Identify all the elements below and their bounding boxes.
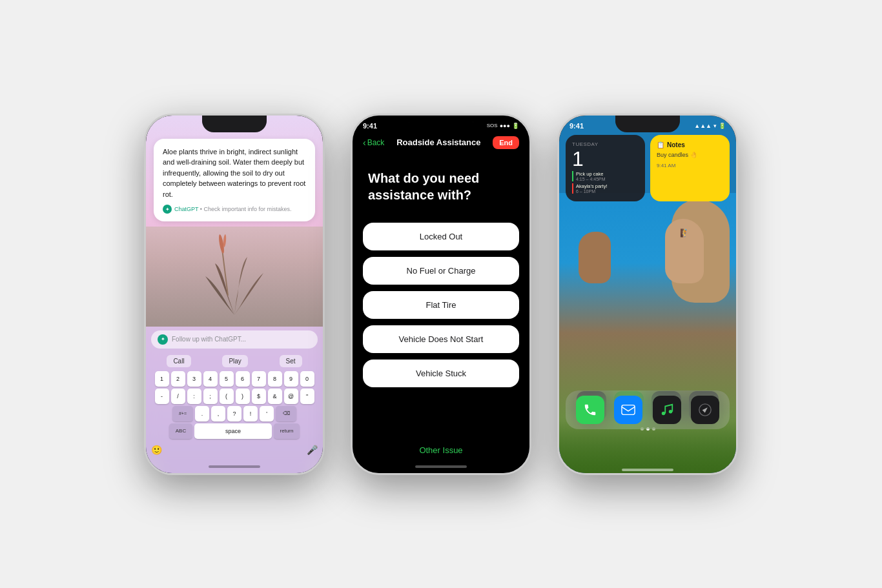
notes-widget-time: 9:41 AM [657, 163, 723, 168]
keyboard-bottom-row: 🙂 🎤 [146, 442, 323, 463]
key-1[interactable]: 1 [155, 371, 169, 387]
home-bar-3 [622, 469, 673, 471]
option-locked-out[interactable]: Locked Out [363, 223, 519, 250]
key-return[interactable]: return [274, 423, 300, 439]
dock-mail-app[interactable] [614, 396, 642, 424]
cal-event-1-time: 4:15 – 4:45PM [576, 177, 639, 181]
key-delete[interactable]: ⌫ [276, 406, 296, 421]
key-7[interactable]: 7 [252, 371, 266, 387]
hiker-figure: 🧗 [680, 228, 690, 238]
key-2[interactable]: 2 [171, 371, 185, 387]
phone2-screen: 9:41 SOS ●●● 🔋 ‹ Back Roadside Assistanc… [353, 116, 529, 473]
key-question[interactable]: ? [227, 406, 241, 421]
key-exclaim[interactable]: ! [243, 406, 258, 421]
battery-icon: 🔋 [512, 123, 519, 129]
svg-point-14 [662, 411, 666, 415]
mic-key[interactable]: 🎤 [307, 445, 318, 455]
option-stuck[interactable]: Vehicle Stuck [363, 360, 519, 387]
key-at[interactable]: @ [284, 389, 298, 404]
emoji-key[interactable]: 🙂 [151, 445, 162, 455]
key-rparen[interactable]: ) [236, 389, 250, 404]
chatgpt-source: ✦ ChatGPT • Check important info for mis… [163, 205, 306, 214]
phone2-status-icons: SOS ●●● 🔋 [487, 123, 519, 129]
option-flat-tire[interactable]: Flat Tire [363, 291, 519, 319]
key-dash[interactable]: - [155, 389, 169, 404]
key-3[interactable]: 3 [187, 371, 201, 387]
cal-event-1-label: Pick up cake [576, 171, 639, 177]
key-hash[interactable]: #+= [172, 406, 193, 421]
notes-icon: 📋 [657, 141, 664, 148]
key-slash[interactable]: / [171, 389, 185, 404]
key-semicolon[interactable]: ; [203, 389, 218, 404]
phone3-screen: 9:41 ▲▲▲ ▾ 🔋 TUESDAY 1 Pick up cake 4:15… [559, 116, 736, 473]
phone-roadside: 9:41 SOS ●●● 🔋 ‹ Back Roadside Assistanc… [351, 114, 531, 475]
notch-3 [615, 116, 680, 132]
assistance-options-list: Locked Out No Fuel or Charge Flat Tire V… [353, 223, 529, 432]
key-space[interactable]: space [194, 423, 272, 439]
chatgpt-input-bar[interactable]: ✦ Follow up with ChatGPT... [151, 330, 318, 349]
dock-safari-app[interactable] [691, 396, 719, 424]
shortcut-call[interactable]: Call [167, 355, 190, 367]
phone-homescreen: 9:41 ▲▲▲ ▾ 🔋 TUESDAY 1 Pick up cake 4:15… [557, 114, 738, 475]
svg-point-3 [223, 234, 227, 247]
key-abc[interactable]: ABC [169, 423, 192, 439]
key-6[interactable]: 6 [236, 371, 250, 387]
calendar-widget[interactable]: TUESDAY 1 Pick up cake 4:15 – 4:45PM Aka… [566, 135, 645, 201]
plant-image [146, 227, 323, 327]
widgets-row: TUESDAY 1 Pick up cake 4:15 – 4:45PM Aka… [559, 132, 736, 207]
notes-widget[interactable]: 📋 Notes Buy candles 🤚 9:41 AM [650, 135, 730, 201]
other-issue-link[interactable]: Other Issue [353, 432, 529, 465]
key-dollar[interactable]: $ [252, 389, 266, 404]
shortcut-set[interactable]: Set [280, 355, 302, 367]
svg-point-15 [669, 410, 673, 414]
chatgpt-bubble: Aloe plants thrive in bright, indirect s… [154, 139, 315, 222]
notch-1 [202, 116, 267, 132]
option-no-start[interactable]: Vehicle Does Not Start [363, 325, 519, 353]
svg-rect-13 [622, 405, 635, 414]
notch-2 [409, 116, 473, 132]
key-0[interactable]: 0 [300, 371, 314, 387]
wifi-icon: ▾ [713, 123, 717, 129]
keyboard-shortcuts-row: Call Play Set [146, 352, 323, 370]
kb-row-numbers: 1 2 3 4 5 6 7 8 9 0 [149, 371, 320, 387]
rock-3 [579, 232, 611, 283]
chatgpt-source-label: ChatGPT • Check important info for mista… [174, 206, 292, 212]
key-8[interactable]: 8 [268, 371, 282, 387]
option-no-fuel[interactable]: No Fuel or Charge [363, 257, 519, 285]
phone3-time: 9:41 [569, 122, 584, 130]
back-chevron-icon: ‹ [363, 137, 366, 148]
phone2-content: 9:41 SOS ●●● 🔋 ‹ Back Roadside Assistanc… [353, 116, 529, 473]
chatgpt-response-text: Aloe plants thrive in bright, indirect s… [163, 147, 306, 200]
kb-row-misc: #+= . , ? ! ' ⌫ [149, 406, 320, 421]
key-amp[interactable]: & [268, 389, 282, 404]
notes-widget-body: Buy candles 🤚 [657, 151, 723, 159]
notes-widget-title: Notes [667, 141, 685, 148]
key-period[interactable]: . [195, 406, 209, 421]
cal-event-1: Pick up cake 4:15 – 4:45PM [572, 171, 639, 181]
battery-icon-3: 🔋 [719, 123, 726, 129]
chatgpt-input-placeholder: Follow up with ChatGPT... [172, 336, 311, 343]
key-colon[interactable]: : [187, 389, 201, 404]
key-9[interactable]: 9 [284, 371, 298, 387]
cal-day-label: TUESDAY [572, 141, 639, 147]
key-apostrophe[interactable]: ' [260, 406, 274, 421]
key-4[interactable]: 4 [203, 371, 218, 387]
keyboard-area: ✦ Follow up with ChatGPT... Call Play Se… [146, 327, 323, 473]
phone1-screen: Aloe plants thrive in bright, indirect s… [146, 116, 323, 473]
dock-music-app[interactable] [653, 396, 681, 424]
key-lparen[interactable]: ( [220, 389, 234, 404]
app-dock [566, 390, 730, 429]
back-button[interactable]: ‹ Back [363, 137, 384, 148]
phone3-content: 9:41 ▲▲▲ ▾ 🔋 TUESDAY 1 Pick up cake 4:15… [559, 116, 736, 473]
cal-event-2-label: Akayla's party! [576, 183, 639, 189]
dock-phone-app[interactable] [576, 396, 604, 424]
shortcut-play[interactable]: Play [222, 355, 247, 367]
key-quote[interactable]: " [300, 389, 314, 404]
end-call-button[interactable]: End [493, 136, 519, 149]
phone-chatgpt: Aloe plants thrive in bright, indirect s… [144, 114, 325, 475]
back-label: Back [367, 138, 385, 147]
key-5[interactable]: 5 [220, 371, 234, 387]
notes-widget-header: 📋 Notes [657, 141, 723, 148]
key-comma[interactable]: , [211, 406, 225, 421]
chatgpt-input-icon: ✦ [158, 334, 168, 345]
